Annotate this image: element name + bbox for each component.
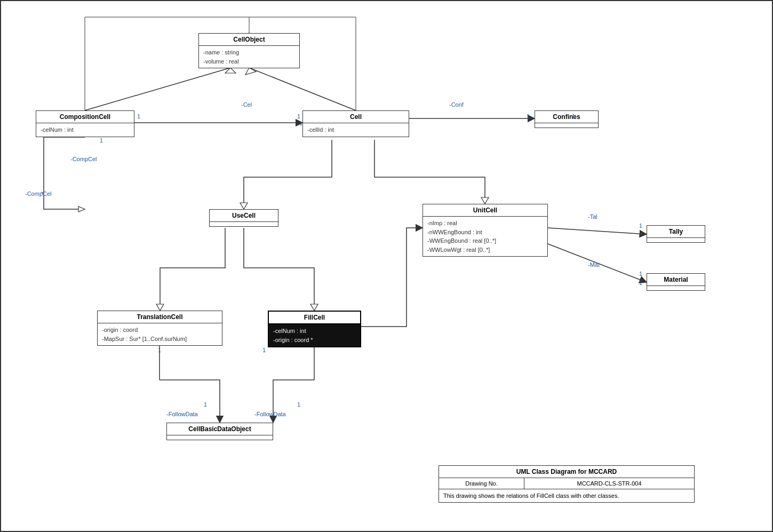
class-confines-attrs: [535, 123, 598, 128]
class-material-title: Material: [647, 274, 705, 286]
class-material-attrs: [647, 286, 705, 290]
attr: -celNum : int: [41, 125, 130, 134]
class-unitcell: UnitCell -nImp : real -nWWEngBound : int…: [423, 204, 548, 257]
diagram-container: CellObject -name : string -volume : real…: [0, 0, 773, 532]
label-1-mat-right: 1: [639, 280, 642, 286]
attr: -name : string: [203, 48, 295, 57]
attr: -cellId : int: [307, 125, 404, 134]
label-star-cell: *: [300, 123, 302, 129]
class-cellbasicdataobject: CellBasicDataObject: [166, 423, 273, 440]
svg-marker-1: [245, 68, 256, 75]
label-1-mat-left: 1: [639, 271, 642, 277]
class-fillcell: FillCell -celNum : int -origin : coord *: [268, 311, 361, 347]
label-1-comp1: 1: [137, 113, 140, 120]
label-cel: -Cel: [241, 101, 252, 108]
info-drawing-no-label: Drawing No.: [439, 478, 524, 489]
label-1-trans: 1: [158, 347, 161, 353]
class-cell-attrs: -cellId : int: [303, 123, 409, 137]
svg-marker-7: [240, 203, 248, 209]
class-translationcell: TranslationCell -origin : coord -MapSur …: [97, 311, 222, 346]
attr: -nImp : real: [427, 219, 543, 228]
info-description: This drawing shows the relations of Fill…: [439, 489, 695, 503]
info-drawing-no-value: MCCARD-CLS-STR-004: [524, 478, 695, 489]
info-table: UML Class Diagram for MCCARD Drawing No.…: [439, 465, 695, 503]
class-usecell-title: UseCell: [210, 210, 278, 222]
svg-marker-8: [481, 197, 489, 204]
class-cellbasicdataobject-attrs: [167, 435, 273, 440]
class-unitcell-attrs: -nImp : real -nWWEngBound : int -WWEngBo…: [423, 217, 547, 256]
label-tal: -Tal: [588, 213, 597, 220]
class-cell-title: Cell: [303, 111, 409, 123]
svg-marker-6: [78, 207, 85, 212]
label-mat: -Mat: [588, 261, 600, 268]
class-fillcell-attrs: -celNum : int -origin : coord *: [269, 324, 360, 346]
class-tally-title: Tally: [647, 226, 705, 238]
attr: -WWEngBound : real [0..*]: [427, 236, 543, 245]
attr: -volume : real: [203, 57, 295, 66]
class-translationcell-attrs: -origin : coord -MapSur : Sur* [1..Conf.…: [98, 323, 222, 345]
class-cellobject-title: CellObject: [199, 34, 299, 46]
label-1-conf-left: 1: [527, 113, 530, 120]
label-1-follow1: 1: [204, 401, 207, 408]
class-tally-attrs: [647, 238, 705, 242]
label-1-fill: 1: [262, 347, 266, 353]
info-table-title: UML Class Diagram for MCCARD: [439, 466, 695, 478]
label-1-cell-left: 1: [297, 113, 300, 120]
svg-line-9: [548, 228, 647, 234]
label-conf: -Conf: [449, 101, 464, 108]
class-compositioncell: CompositionCell -celNum : int: [36, 110, 134, 137]
label-compcel-1: -CompCel: [70, 156, 97, 162]
label-star-comp: *: [41, 190, 43, 197]
class-tally: Tally: [647, 225, 705, 243]
svg-marker-12: [310, 304, 318, 311]
svg-line-0: [249, 68, 356, 110]
class-cellbasicdataobject-title: CellBasicDataObject: [167, 423, 273, 435]
label-1-tal-left: 1: [639, 223, 642, 229]
class-compositioncell-attrs: -celNum : int: [36, 123, 134, 137]
attr: -MapSur : Sur* [1..Conf.surNum]: [102, 335, 218, 344]
attr: -origin : coord *: [273, 336, 356, 345]
label-star-tal: *: [640, 232, 642, 238]
label-compcel-2: -CompCel: [25, 190, 52, 197]
class-confines-title: Confines: [535, 111, 598, 123]
class-confines: Confines: [535, 110, 599, 128]
class-cellobject: CellObject -name : string -volume : real: [198, 33, 300, 68]
label-1-follow2: 1: [297, 401, 300, 408]
class-fillcell-title: FillCell: [269, 312, 360, 324]
class-usecell: UseCell: [209, 209, 278, 227]
label-followdata-2: -FollowData: [254, 411, 286, 417]
svg-line-10: [548, 244, 647, 282]
svg-marker-3: [225, 68, 236, 73]
class-cell: Cell -cellId : int: [302, 110, 409, 137]
class-usecell-attrs: [210, 222, 278, 226]
connections-svg: [1, 1, 773, 532]
class-translationcell-title: TranslationCell: [98, 311, 222, 323]
class-unitcell-title: UnitCell: [423, 204, 547, 217]
class-material: Material: [647, 273, 705, 291]
attr: -WWLowWgt : real [0..*]: [427, 245, 543, 255]
class-cellobject-attrs: -name : string -volume : real: [199, 46, 299, 68]
label-1-comp2: 1: [100, 137, 103, 144]
label-followdata-1: -FollowData: [166, 411, 198, 417]
attr: -nWWEngBound : int: [427, 228, 543, 237]
attr: -celNum : int: [273, 327, 356, 336]
svg-line-2: [85, 68, 230, 110]
class-compositioncell-title: CompositionCell: [36, 111, 134, 123]
svg-marker-11: [156, 304, 164, 311]
attr: -origin : coord: [102, 325, 218, 335]
